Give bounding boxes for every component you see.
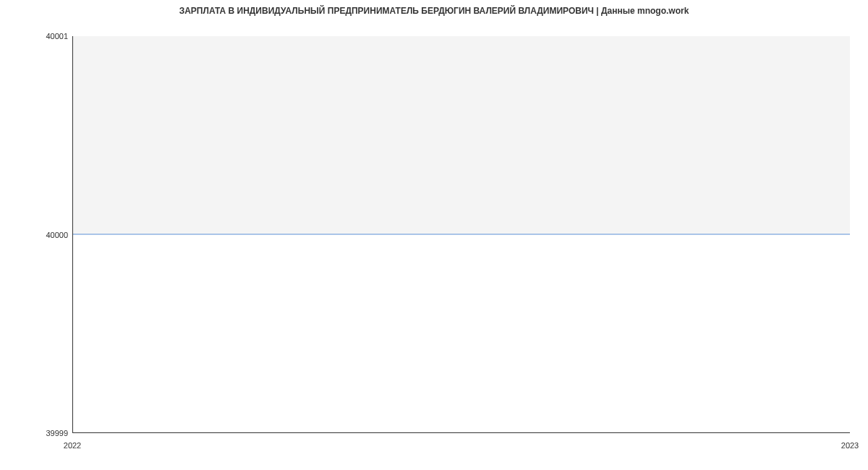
plot-area: [72, 36, 850, 433]
y-axis-tick-label: 39999: [46, 429, 68, 437]
data-line: [73, 234, 850, 235]
plot-background-lower: [73, 234, 850, 432]
x-axis-tick-label: 2023: [841, 441, 859, 450]
x-axis-tick-label: 2022: [64, 441, 81, 450]
y-axis-tick-label: 40001: [46, 32, 68, 40]
chart-container: ЗАРПЛАТА В ИНДИВИДУАЛЬНЫЙ ПРЕДПРИНИМАТЕЛ…: [0, 0, 868, 470]
chart-title: ЗАРПЛАТА В ИНДИВИДУАЛЬНЫЙ ПРЕДПРИНИМАТЕЛ…: [0, 6, 868, 16]
plot-background-upper: [73, 36, 850, 234]
y-axis-tick-label: 40000: [46, 231, 68, 239]
